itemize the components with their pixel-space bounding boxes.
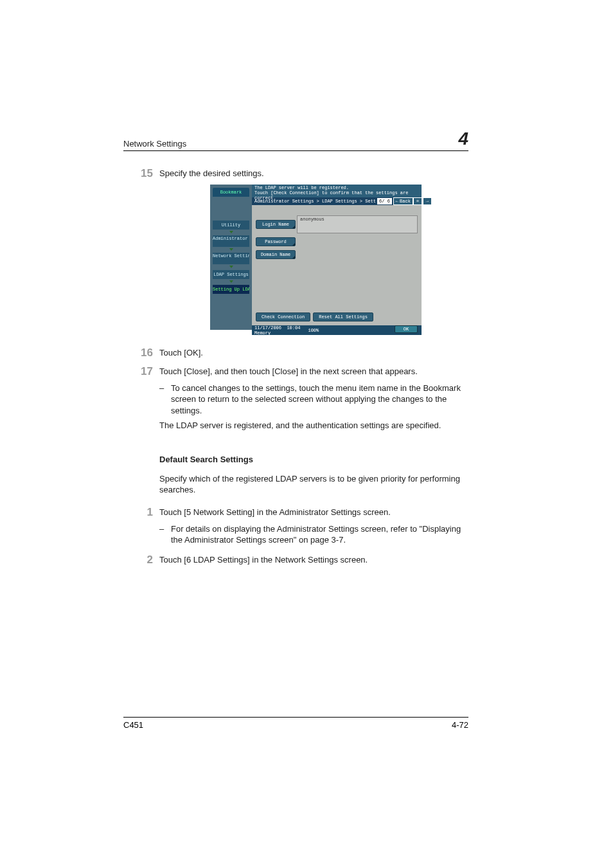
ss-instruction-bar: The LDAP server will be registered. Touc…	[252, 185, 422, 197]
status-time: 10:04	[287, 325, 300, 330]
login-name-row: Login Name anonymous	[256, 215, 418, 233]
password-row: Password	[256, 237, 418, 246]
triangle-icon	[292, 226, 295, 228]
chapter-number: 4	[458, 132, 468, 146]
section-step-1: 1 Touch [5 Network Setting] in the Admin…	[159, 507, 468, 546]
triangle-icon	[292, 243, 295, 246]
step-17-post: The LDAP server is registered, and the a…	[159, 420, 468, 431]
domain-name-button[interactable]: Domain Name	[256, 250, 296, 259]
step-15-number: 15	[127, 168, 153, 179]
login-name-label: Login Name	[262, 222, 289, 227]
sidebar-ldap-settings[interactable]: LDAP Settings	[213, 270, 249, 279]
ss-breadcrumb: Administrator Settings > LDAP Settings >…	[252, 197, 422, 205]
step-16-text: Touch [OK].	[159, 347, 468, 359]
chevron-down-icon	[229, 266, 233, 268]
ss-status-bar: 11/17/2006 10:04 Memory 100% OK	[252, 325, 422, 335]
password-button[interactable]: Password	[256, 237, 296, 246]
status-memory-label: Memory	[254, 330, 271, 336]
section-step-2: 2 Touch [6 LDAP Settings] in the Network…	[159, 554, 468, 566]
reset-all-settings-label: Reset All Settings	[319, 314, 368, 320]
ss-nav-prev[interactable]: ≡	[413, 197, 422, 205]
section-step-2-text: Touch [6 LDAP Settings] in the Network S…	[159, 554, 468, 566]
login-name-button[interactable]: Login Name	[256, 220, 296, 229]
footer: C451 4-72	[123, 717, 468, 730]
reset-all-settings-button[interactable]: Reset All Settings	[313, 312, 373, 321]
footer-right: 4-72	[452, 720, 468, 730]
footer-left: C451	[123, 720, 143, 730]
arrow-right-icon: →	[426, 199, 429, 204]
check-connection-label: Check Connection	[262, 314, 305, 320]
step-15: 15 Specify the desired settings.	[159, 168, 468, 179]
page: Network Settings 4 15 Specify the desire…	[0, 0, 613, 868]
ldap-settings-screenshot: Bookmark Utility Administrator Settings …	[210, 185, 422, 330]
step-17-bullet: To cancel changes to the settings, touch…	[159, 383, 468, 417]
section-step-2-number: 2	[127, 554, 153, 565]
ss-back-button[interactable]: ← Back	[393, 197, 413, 205]
ss-main: The LDAP server will be registered. Touc…	[252, 185, 422, 330]
ss-nav-next[interactable]: →	[423, 197, 432, 205]
sidebar-utility[interactable]: Utility	[213, 221, 249, 230]
sidebar-setting-up-ldap[interactable]: Setting Up LDAP	[213, 285, 249, 294]
triangle-icon	[292, 256, 295, 258]
status-memory-value: 100%	[308, 328, 319, 333]
chevron-down-icon	[229, 248, 233, 251]
arrow-left-icon: ←	[396, 198, 398, 204]
domain-name-label: Domain Name	[261, 252, 290, 257]
login-name-value: anonymous	[297, 215, 418, 233]
step-17-number: 17	[127, 366, 153, 377]
status-date: 11/17/2006	[254, 325, 281, 330]
ss-instruction-line1: The LDAP server will be registered.	[254, 185, 419, 190]
section-title: Default Search Settings	[159, 454, 468, 466]
header-row: Network Settings 4	[123, 136, 468, 151]
ss-form-area: Login Name anonymous Password Domain Nam…	[252, 205, 422, 325]
sidebar-network-settings[interactable]: Network Settings	[213, 253, 249, 264]
step-17: 17 Touch [Close], and then touch [Close]…	[159, 366, 468, 431]
ss-page-indicator: 6/ 6	[377, 198, 392, 204]
section-step-1-number: 1	[127, 507, 153, 518]
step-16-number: 16	[127, 347, 153, 358]
bookmark-tab[interactable]: Bookmark	[213, 188, 249, 197]
ss-breadcrumb-text: Administrator Settings > LDAP Settings >…	[254, 199, 376, 204]
ss-status-date: 11/17/2006 10:04 Memory	[254, 325, 300, 336]
step-15-text: Specify the desired settings.	[159, 168, 468, 179]
section-step-1-text: Touch [5 Network Setting] in the Adminis…	[159, 507, 468, 518]
chevron-down-icon	[229, 280, 233, 283]
section-step-1-bullet: For details on displaying the Administra…	[159, 523, 468, 546]
section-intro: Specify which of the registered LDAP ser…	[159, 473, 468, 496]
ss-sidebar: Bookmark Utility Administrator Settings …	[210, 185, 252, 330]
check-connection-button[interactable]: Check Connection	[256, 312, 310, 321]
ss-action-row: Check Connection Reset All Settings	[256, 312, 373, 321]
password-label: Password	[265, 239, 287, 244]
domain-row: Domain Name	[256, 250, 418, 259]
header-title: Network Settings	[123, 139, 186, 149]
step-16: 16 Touch [OK].	[159, 347, 468, 359]
sidebar-admin-settings[interactable]: Administrator Settings	[213, 235, 249, 247]
section-default-search-settings: Default Search Settings Specify which of…	[159, 454, 468, 496]
step-17-text: Touch [Close], and then touch [Close] in…	[159, 366, 468, 377]
ok-button[interactable]: OK	[395, 325, 418, 333]
ss-back-label: Back	[400, 198, 411, 204]
chevron-down-icon	[229, 231, 233, 233]
